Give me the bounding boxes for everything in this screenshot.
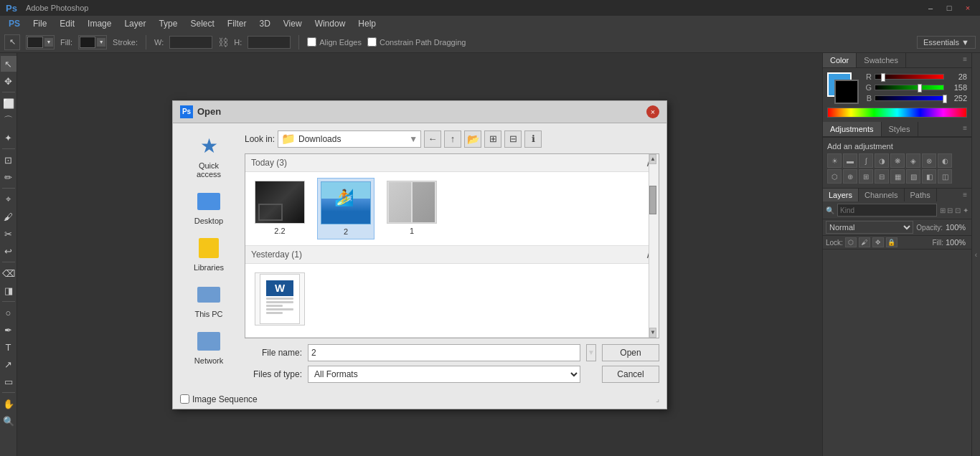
- adj-colorlookup-btn[interactable]: ⊞: [859, 169, 873, 184]
- tool-eraser[interactable]: ⌫: [1, 265, 17, 281]
- tool-clone[interactable]: ✂: [1, 226, 17, 242]
- menu-edit[interactable]: Edit: [54, 17, 80, 30]
- adj-selective-color-btn[interactable]: ◫: [938, 169, 952, 184]
- tool-shape[interactable]: ▭: [1, 374, 17, 389]
- tool-crop[interactable]: ⊡: [1, 152, 17, 168]
- fill-value[interactable]: 100%: [946, 238, 969, 247]
- menu-layer[interactable]: Layer: [118, 17, 151, 30]
- adj-colorbalance-btn[interactable]: ⊗: [922, 153, 936, 168]
- fill-dropdown[interactable]: ▼: [44, 38, 53, 47]
- sidebar-item-quick-access[interactable]: ★ Quick access: [183, 130, 235, 181]
- opacity-value[interactable]: 100%: [946, 223, 969, 232]
- tool-healing[interactable]: ⌖: [1, 191, 17, 207]
- tool-lasso[interactable]: ⌒: [1, 113, 17, 128]
- scroll-thumb[interactable]: [649, 186, 656, 214]
- sidebar-item-libraries[interactable]: Libraries: [183, 232, 235, 275]
- menu-filter[interactable]: Filter: [222, 17, 253, 30]
- adj-photofilter-btn[interactable]: ⬡: [827, 169, 842, 184]
- menu-help[interactable]: Help: [352, 17, 382, 30]
- tool-selection-icon[interactable]: ↖: [4, 34, 20, 50]
- align-edges-input[interactable]: [307, 37, 316, 47]
- constrain-path-checkbox[interactable]: Constrain Path Dragging: [367, 37, 466, 47]
- constrain-path-input[interactable]: [367, 37, 377, 47]
- adj-vibrance-btn[interactable]: ❋: [890, 153, 905, 168]
- tab-adjustments[interactable]: Adjustments: [823, 122, 882, 136]
- nav-up-button[interactable]: ↑: [444, 130, 461, 148]
- tab-layers[interactable]: Layers: [823, 189, 859, 201]
- dialog-close-button[interactable]: ×: [646, 105, 659, 118]
- b-slider[interactable]: [875, 95, 944, 101]
- tool-hand[interactable]: ✋: [1, 396, 17, 412]
- cancel-button[interactable]: Cancel: [602, 366, 659, 383]
- tool-marquee[interactable]: ⬜: [1, 95, 17, 111]
- file-name-input[interactable]: [308, 344, 580, 361]
- tool-select[interactable]: ↖: [1, 56, 17, 72]
- tool-gradient[interactable]: ◨: [1, 282, 17, 298]
- view-toggle-button[interactable]: ⊞: [484, 130, 501, 148]
- file-item-doc[interactable]: W: [251, 270, 308, 331]
- tab-swatches[interactable]: Swatches: [857, 53, 906, 67]
- sidebar-item-network[interactable]: Network: [183, 326, 235, 368]
- create-folder-button2[interactable]: ⊟: [504, 130, 522, 148]
- look-in-select[interactable]: 📁 Downloads ▼: [278, 130, 421, 148]
- tab-color[interactable]: Color: [823, 53, 857, 67]
- adj-bw-btn[interactable]: ◐: [938, 153, 952, 168]
- resize-handle[interactable]: ⌟: [656, 394, 659, 404]
- tool-dodge[interactable]: ○: [1, 305, 17, 320]
- adj-panel-menu[interactable]: ≡: [958, 122, 971, 136]
- nav-back-button[interactable]: ←: [424, 130, 441, 148]
- layers-search-input[interactable]: [837, 204, 937, 217]
- close-button[interactable]: ×: [961, 1, 974, 14]
- lock-transparent-btn[interactable]: ⬡: [845, 237, 857, 247]
- file-list-scrollbar[interactable]: ▲ ▼: [649, 154, 659, 338]
- menu-3d[interactable]: 3D: [253, 17, 275, 30]
- tool-type[interactable]: T: [1, 339, 17, 355]
- menu-select[interactable]: Select: [184, 17, 220, 30]
- blend-mode-select[interactable]: Normal Multiply Screen: [826, 221, 913, 234]
- sidebar-item-desktop[interactable]: Desktop: [183, 186, 235, 228]
- stroke-dropdown[interactable]: ▼: [97, 38, 105, 47]
- menu-type[interactable]: Type: [153, 17, 183, 30]
- adj-brightness-btn[interactable]: ☀: [827, 153, 842, 168]
- open-button[interactable]: Open: [602, 344, 659, 361]
- adj-posterize-btn[interactable]: ▦: [890, 169, 905, 184]
- adj-hsl-btn[interactable]: ◈: [906, 153, 920, 168]
- r-thumb[interactable]: [881, 73, 885, 82]
- adj-levels-btn[interactable]: ▬: [843, 153, 857, 168]
- image-sequence-checkbox[interactable]: [180, 394, 189, 404]
- tool-zoom[interactable]: 🔍: [1, 413, 17, 429]
- maximize-button[interactable]: □: [943, 1, 956, 14]
- filename-dropdown-btn[interactable]: ▼: [586, 344, 596, 361]
- tool-move[interactable]: ✥: [1, 73, 17, 89]
- menu-image[interactable]: Image: [82, 17, 117, 30]
- fill-color-box[interactable]: [27, 37, 43, 48]
- image-sequence-label[interactable]: Image Sequence: [180, 394, 258, 404]
- adj-channelmix-btn[interactable]: ⊕: [843, 169, 857, 184]
- adj-threshold-btn[interactable]: ▧: [906, 169, 920, 184]
- menu-window[interactable]: Window: [309, 17, 352, 30]
- lock-position-btn[interactable]: ✥: [872, 237, 884, 247]
- r-slider[interactable]: [875, 74, 944, 80]
- width-input[interactable]: [169, 36, 212, 49]
- background-color-swatch[interactable]: [834, 80, 859, 104]
- scroll-down-button[interactable]: ▼: [649, 328, 656, 338]
- spectrum-bar[interactable]: [827, 108, 967, 118]
- lock-all-btn[interactable]: 🔒: [886, 237, 897, 247]
- scroll-up-button[interactable]: ▲: [649, 154, 656, 164]
- tool-pen[interactable]: ✒: [1, 322, 17, 338]
- essentials-button[interactable]: Essentials ▼: [917, 36, 976, 49]
- tool-eyedropper[interactable]: ✏: [1, 169, 17, 185]
- b-thumb[interactable]: [943, 95, 947, 103]
- adj-curves-btn[interactable]: ∫: [859, 153, 873, 168]
- file-item-2[interactable]: 2: [317, 178, 374, 239]
- g-thumb[interactable]: [918, 84, 922, 92]
- tab-channels[interactable]: Channels: [859, 189, 904, 201]
- color-panel-menu[interactable]: ≡: [958, 53, 971, 67]
- minimize-button[interactable]: –: [924, 1, 937, 14]
- tab-styles[interactable]: Styles: [882, 122, 918, 136]
- menu-view[interactable]: View: [278, 17, 308, 30]
- link-icon[interactable]: ⛓: [218, 37, 228, 48]
- adj-exposure-btn[interactable]: ◑: [875, 153, 889, 168]
- menu-file[interactable]: File: [27, 17, 52, 30]
- file-item-2.2[interactable]: 2.2: [251, 178, 308, 239]
